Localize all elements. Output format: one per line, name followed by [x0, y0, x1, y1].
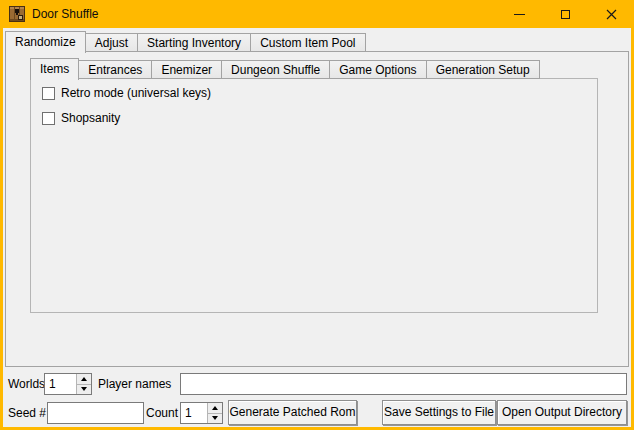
minimize-icon	[514, 14, 525, 15]
spin-down-button[interactable]	[77, 385, 91, 395]
player-names-label: Player names	[98, 373, 171, 395]
checkbox-label: Shopsanity	[61, 111, 120, 125]
tab-dungeon-shuffle[interactable]: Dungeon Shuffle	[221, 60, 330, 79]
dialog-body: Randomize Adjust Starting Inventory Cust…	[3, 28, 631, 427]
spinner-buttons	[76, 374, 91, 394]
tab-game-options[interactable]: Game Options	[329, 60, 426, 79]
tab-enemizer[interactable]: Enemizer	[151, 60, 222, 79]
sub-tab-bar: Items Entrances Enemizer Dungeon Shuffle…	[30, 57, 540, 79]
window-title: Door Shuffle	[32, 0, 99, 28]
arrow-down-icon	[81, 387, 87, 391]
door-icon	[9, 6, 25, 22]
spin-up-button[interactable]	[77, 374, 91, 385]
tab-generation-setup[interactable]: Generation Setup	[426, 60, 540, 79]
open-output-directory-button[interactable]: Open Output Directory	[497, 400, 627, 425]
door-shuffle-window: Door Shuffle Randomize Adjust Starting I…	[0, 0, 634, 430]
maximize-button[interactable]	[542, 0, 588, 28]
window-controls	[496, 0, 634, 28]
close-icon	[606, 9, 617, 20]
arrow-up-icon	[212, 406, 218, 410]
generate-patched-rom-button[interactable]: Generate Patched Rom	[228, 400, 357, 425]
titlebar[interactable]: Door Shuffle	[0, 0, 634, 28]
player-names-input[interactable]	[180, 373, 627, 395]
count-value: 1	[181, 403, 207, 423]
worlds-label: Worlds	[8, 373, 45, 395]
spin-up-button[interactable]	[208, 403, 222, 414]
arrow-down-icon	[212, 416, 218, 420]
seed-input[interactable]	[47, 402, 144, 424]
checkbox-box-icon	[42, 87, 55, 100]
tab-randomize[interactable]: Randomize	[5, 31, 86, 53]
worlds-spinbox[interactable]: 1	[44, 373, 92, 395]
close-button[interactable]	[588, 0, 634, 28]
spinner-buttons	[207, 403, 222, 423]
spin-down-button[interactable]	[208, 414, 222, 424]
minimize-button[interactable]	[496, 0, 542, 28]
checkbox-box-icon	[42, 112, 55, 125]
tab-entrances[interactable]: Entrances	[78, 60, 152, 79]
arrow-up-icon	[81, 377, 87, 381]
checkbox-retro-mode[interactable]: Retro mode (universal keys)	[42, 84, 211, 102]
tab-custom-item-pool[interactable]: Custom Item Pool	[250, 33, 365, 52]
count-label: Count	[146, 402, 178, 424]
tab-items[interactable]: Items	[30, 58, 79, 80]
maximize-icon	[561, 10, 570, 19]
worlds-value: 1	[45, 374, 76, 394]
tab-adjust[interactable]: Adjust	[85, 33, 138, 52]
checkbox-label: Retro mode (universal keys)	[61, 86, 211, 100]
checkbox-shopsanity[interactable]: Shopsanity	[42, 109, 120, 127]
save-settings-button[interactable]: Save Settings to File	[382, 400, 496, 425]
main-tab-bar: Randomize Adjust Starting Inventory Cust…	[5, 30, 366, 52]
count-spinbox[interactable]: 1	[180, 402, 223, 424]
seed-label: Seed #	[8, 402, 46, 424]
tab-starting-inventory[interactable]: Starting Inventory	[137, 33, 251, 52]
